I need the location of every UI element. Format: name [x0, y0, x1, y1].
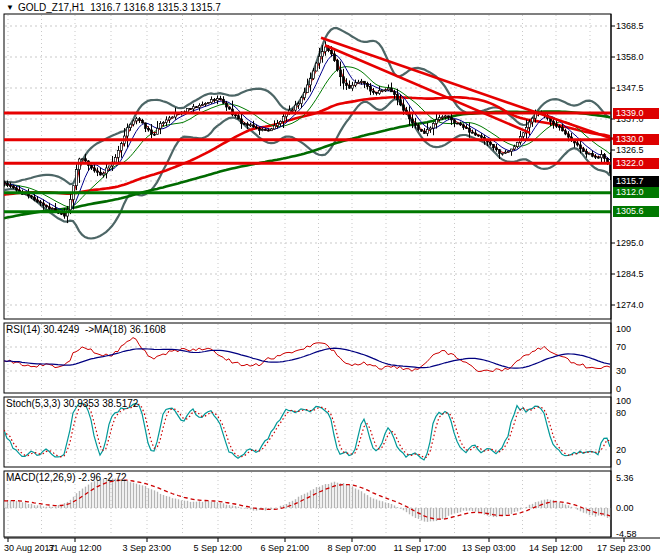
chart-symbol-period: GOLD_Z17,H1 — [18, 2, 85, 13]
time-axis-label: 8 Sep 07:00 — [328, 543, 377, 553]
time-axis-label: 11 Sep 17:00 — [394, 543, 447, 553]
price-axis-label: 1326.5 — [616, 145, 644, 155]
chart-title: ▼GOLD_Z17,H1 1316.7 1316.8 1315.3 1315.7 — [6, 2, 221, 13]
stoch-axis-label: 0 — [616, 457, 621, 467]
time-axis-label: 14 Sep 12:00 — [529, 543, 583, 553]
price-badge: 1339.0 — [613, 108, 659, 119]
price-badge: 1312.0 — [613, 187, 659, 198]
price-axis-label: 1368.5 — [616, 21, 644, 31]
price-axis-label: 1347.5 — [616, 83, 644, 93]
mt4-chart-window: ▼GOLD_Z17,H1 1316.7 1316.8 1315.3 1315.7… — [0, 0, 660, 560]
time-axis-label: 6 Sep 21:00 — [261, 543, 310, 553]
time-axis-label: 31 Aug 12:00 — [49, 543, 102, 553]
stoch-indicator-label: Stoch(5,3,3) 30.9353 38.5172 — [6, 398, 138, 409]
price-badge: 1305.6 — [613, 206, 659, 217]
rsi-axis-label: 100 — [616, 324, 631, 334]
price-axis-label: 1274.0 — [616, 300, 644, 310]
macd-axis-label: 5.36 — [616, 473, 634, 483]
price-badge: 1322.0 — [613, 158, 659, 169]
time-axis-label: 3 Sep 23:00 — [123, 543, 172, 553]
price-axis-label: 1295.0 — [616, 238, 644, 248]
chart-dropdown-icon[interactable]: ▼ — [6, 3, 14, 12]
price-badge: 1330.0 — [613, 134, 659, 145]
time-axis-label: 17 Sep 23:00 — [597, 543, 651, 553]
time-axis-label: 13 Sep 03:00 — [462, 543, 516, 553]
price-badge: 1315.7 — [613, 176, 659, 187]
rsi-axis-label: 70 — [616, 342, 626, 352]
macd-axis-label: -4.58 — [616, 529, 637, 539]
chart-ohlc-values: 1316.7 1316.8 1315.3 1315.7 — [90, 2, 221, 13]
rsi-indicator-label: RSI(14) 30.4249 ->MA(18) 36.1608 — [6, 324, 166, 335]
macd-axis-label: 0.00 — [616, 503, 634, 513]
price-axis-label: 1284.5 — [616, 269, 644, 279]
macd-indicator-label: MACD(12,26,9) -2.96 -2.72 — [6, 472, 127, 483]
time-axis-label: 5 Sep 12:00 — [194, 543, 243, 553]
rsi-axis-label: 30 — [616, 366, 626, 376]
stoch-axis-label: 20 — [616, 445, 626, 455]
rsi-axis-label: 0 — [616, 384, 621, 394]
time-axis-label: 30 Aug 2017 — [4, 543, 55, 553]
stoch-axis-label: 80 — [616, 408, 626, 418]
stoch-axis-label: 100 — [616, 396, 631, 406]
price-axis-label: 1358.0 — [616, 52, 644, 62]
main-chart-area[interactable] — [4, 14, 611, 319]
